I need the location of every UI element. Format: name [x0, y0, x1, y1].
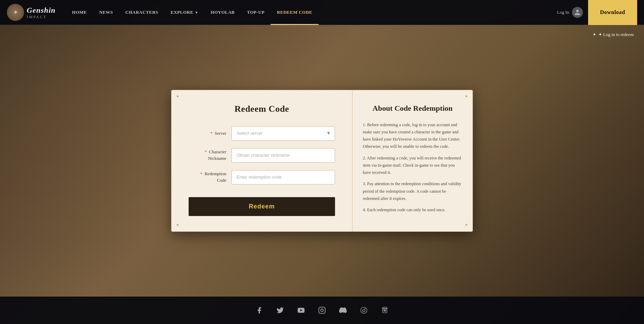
- logo-text: Genshin IMPACT: [27, 6, 56, 19]
- nav-logo[interactable]: ✦ Genshin IMPACT: [7, 4, 56, 21]
- nickname-required-star: *: [205, 149, 207, 154]
- instagram-social-link[interactable]: [316, 304, 328, 316]
- corner-bottom-right-icon: ✦: [464, 222, 468, 228]
- login-button[interactable]: Log In: [557, 7, 583, 18]
- facebook-social-link[interactable]: [253, 304, 265, 316]
- nav-topup[interactable]: TOP-UP: [241, 0, 271, 25]
- about-point-3: 3. Pay attention to the redemption condi…: [363, 180, 462, 202]
- main-content: ✦ ✦ Log in to redeem ✦ ✦ Redeem Code * S…: [0, 25, 644, 297]
- server-label: * Server: [189, 130, 226, 136]
- nav-characters[interactable]: CHARACTERS: [119, 0, 165, 25]
- reddit-social-link[interactable]: [358, 304, 370, 316]
- logo-sub-text: IMPACT: [27, 15, 56, 19]
- modal-title: Redeem Code: [189, 104, 335, 114]
- logo-icon: ✦: [7, 4, 24, 21]
- login-hint: ✦ ✦ Log in to redeem: [593, 32, 634, 37]
- hint-star-icon: ✦: [593, 32, 596, 37]
- nickname-input[interactable]: [231, 148, 335, 163]
- redeem-modal: ✦ ✦ Redeem Code * Server Select server A…: [171, 90, 473, 232]
- server-select[interactable]: Select server America Europe Asia TW, HK…: [231, 126, 335, 141]
- about-text: 1. Before redeeming a code, log in to yo…: [363, 121, 462, 214]
- download-button[interactable]: Download: [588, 0, 637, 25]
- bilibili-social-link[interactable]: [379, 304, 391, 316]
- discord-social-link[interactable]: [337, 304, 349, 316]
- svg-point-4: [364, 310, 365, 311]
- redeem-button[interactable]: Redeem: [189, 197, 335, 216]
- youtube-social-link[interactable]: [295, 304, 307, 316]
- twitter-social-link[interactable]: [274, 304, 286, 316]
- footer: [0, 297, 644, 324]
- nav-news[interactable]: NEWS: [93, 0, 119, 25]
- server-select-wrapper: Select server America Europe Asia TW, HK…: [231, 126, 335, 141]
- code-required-star: *: [200, 171, 203, 176]
- code-label: * RedemptionCode: [189, 171, 226, 183]
- about-point-1: 1. Before redeeming a code, log in to yo…: [363, 121, 462, 151]
- explore-chevron-icon: ▼: [195, 11, 198, 14]
- modal-left-panel: Redeem Code * Server Select server Ameri…: [171, 90, 353, 232]
- corner-bottom-left-icon: ✦: [176, 222, 180, 228]
- navbar: ✦ Genshin IMPACT HOME NEWS CHARACTERS EX…: [0, 0, 644, 25]
- about-point-4: 4. Each redemption code can only be used…: [363, 206, 462, 214]
- code-input[interactable]: [231, 170, 335, 184]
- about-title: About Code Redemption: [363, 104, 462, 113]
- svg-rect-0: [319, 307, 325, 313]
- user-avatar-icon: [572, 7, 583, 18]
- nickname-label: * CharacterNickname: [189, 149, 226, 161]
- modal-right-panel: About Code Redemption 1. Before redeemin…: [353, 90, 473, 232]
- nav-hoyolab[interactable]: HoYoLAB: [204, 0, 241, 25]
- nav-redeem-code[interactable]: REDEEM CODE: [271, 0, 318, 25]
- nav-right: Log In Download: [557, 0, 637, 25]
- nav-home[interactable]: HOME: [66, 0, 93, 25]
- login-hint-text[interactable]: ✦ Log in to redeem: [598, 32, 634, 37]
- login-label: Log In: [557, 10, 569, 15]
- nav-items: HOME NEWS CHARACTERS EXPLORE ▼ HoYoLAB T…: [66, 0, 557, 25]
- logo-main-text: Genshin: [27, 6, 56, 15]
- svg-point-2: [361, 307, 367, 313]
- svg-point-3: [363, 310, 363, 311]
- server-required-star: *: [210, 131, 213, 136]
- server-row: * Server Select server America Europe As…: [189, 126, 335, 141]
- code-row: * RedemptionCode: [189, 170, 335, 184]
- nav-explore[interactable]: EXPLORE ▼: [165, 0, 205, 25]
- about-point-2: 2. After redeeming a code, you will rece…: [363, 155, 462, 177]
- nickname-row: * CharacterNickname: [189, 148, 335, 163]
